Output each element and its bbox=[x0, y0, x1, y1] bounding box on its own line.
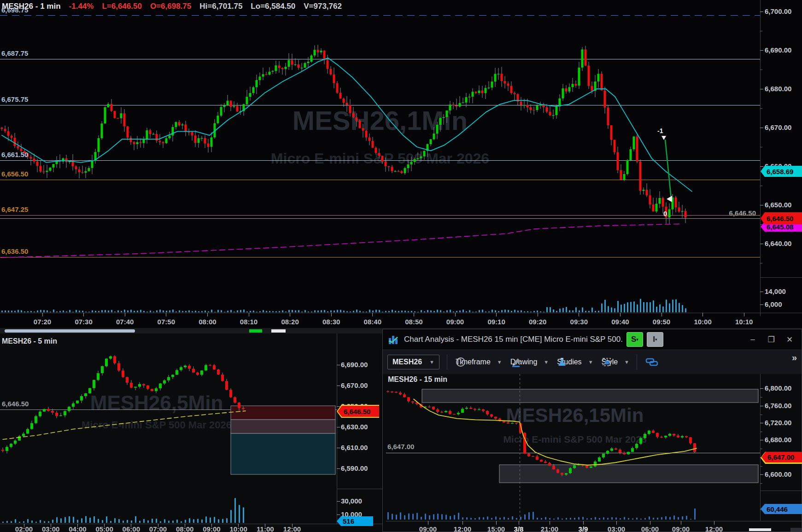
time-axis-label: 11:00 bbox=[257, 525, 274, 532]
study-level-label: 6,675.75 bbox=[1, 95, 28, 103]
time-axis-label: 12:00 bbox=[283, 525, 301, 532]
style-menu[interactable]: Style ▼ bbox=[602, 358, 629, 366]
price-axis-label: 6,720.00 bbox=[765, 419, 791, 427]
time-axis-label: 08:10 bbox=[240, 318, 258, 326]
five-min-chart-canvas[interactable] bbox=[0, 333, 382, 532]
price-axis-label: 6,000 bbox=[765, 300, 782, 308]
fifteen-min-header: MESH26 - 15 min bbox=[388, 375, 447, 384]
time-axis-label: 21:00 bbox=[541, 525, 558, 532]
fifteen-min-last-tag: 6,647.00 bbox=[761, 452, 802, 462]
price-axis-label: 6,760.00 bbox=[765, 402, 791, 409]
window-title: Chart Analysis - MESH26 15 min [CME] Mic… bbox=[404, 335, 623, 344]
time-axis-label: 09:00 bbox=[419, 525, 437, 532]
time-axis-label: 08:20 bbox=[281, 318, 299, 326]
trading-workspace: MESH26 - 1 min -1.44% L=6,646.50 O=6,698… bbox=[0, 0, 802, 532]
time-axis-label: 09:40 bbox=[611, 318, 629, 326]
scrollbar-marker-green bbox=[249, 329, 262, 333]
time-axis-label: 06:00 bbox=[123, 525, 140, 532]
study-level-label: 6,687.75 bbox=[1, 49, 28, 57]
time-axis-label: 09:10 bbox=[487, 318, 505, 326]
toolbar-overflow-chevron[interactable]: » bbox=[792, 352, 797, 363]
fifteen-min-chart-canvas[interactable] bbox=[382, 371, 802, 532]
time-axis-label: 08:00 bbox=[199, 318, 216, 326]
symbol-dropdown[interactable]: MESH26 ▼ bbox=[387, 355, 439, 369]
price-axis-label: 6,670.00 bbox=[341, 381, 368, 389]
chevron-down-icon: ▼ bbox=[624, 359, 629, 365]
high-price: Hi=6,701.75 bbox=[199, 2, 242, 11]
time-axis-label: 02:00 bbox=[15, 525, 33, 532]
low-price: Lo=6,584.50 bbox=[251, 2, 295, 11]
time-axis-label: 10:10 bbox=[735, 318, 753, 326]
toolbar-separator bbox=[637, 354, 637, 370]
symbol-timeframe: MESH26 - 1 min bbox=[2, 2, 61, 11]
scrollbar-thumb[interactable] bbox=[5, 329, 135, 333]
timeframe-menu[interactable]: Timeframe ▼ bbox=[456, 358, 502, 366]
chevron-down-icon: ▼ bbox=[497, 359, 502, 365]
time-axis-label: 03:00 bbox=[608, 525, 625, 532]
time-axis-label: 09:30 bbox=[570, 318, 588, 326]
change-percent: -1.44% bbox=[69, 2, 94, 11]
close-button[interactable]: ✕ bbox=[780, 335, 799, 345]
fifteen-min-level-label: 6,647.00 bbox=[387, 443, 414, 450]
window-toolbar: MESH26 ▼ Timeframe ▼ Drawing ▼ bbox=[383, 350, 802, 374]
study-level-label: 6,636.50 bbox=[1, 247, 28, 255]
last-price-note: 6,646.50 bbox=[729, 209, 756, 217]
time-axis-label: 04:00 bbox=[69, 525, 86, 532]
minimize-button[interactable]: – bbox=[743, 335, 762, 344]
five-min-level-label: 6,646.50 bbox=[2, 400, 29, 408]
time-axis-label: 07:00 bbox=[149, 525, 167, 532]
drawing-menu[interactable]: Drawing ▼ bbox=[510, 358, 549, 366]
last-price: L=6,646.50 bbox=[102, 2, 142, 11]
study-level-label: 6,656.50 bbox=[1, 170, 28, 178]
price-axis-label: 6,590.00 bbox=[341, 464, 368, 472]
chevron-down-icon: ▼ bbox=[544, 359, 549, 365]
five-min-volume-tag: 516 bbox=[337, 516, 373, 526]
window-hscrollbar-thumb[interactable] bbox=[749, 528, 771, 531]
study-level-label: 6,661.50 bbox=[1, 151, 28, 158]
time-axis-label: 05:00 bbox=[95, 525, 113, 532]
price-axis-label: 6,690.00 bbox=[341, 361, 368, 368]
app-logo-icon bbox=[387, 333, 399, 345]
price-axis-label: 6,800.00 bbox=[765, 384, 791, 392]
price-axis-label: 6,640.00 bbox=[765, 240, 791, 247]
price-axis-label: 30,000 bbox=[341, 497, 362, 505]
time-axis-label: 03:00 bbox=[42, 525, 59, 532]
price-axis-label: 6,630.00 bbox=[341, 423, 368, 431]
time-axis-label: 15:00 bbox=[487, 525, 505, 532]
toolbar-separator bbox=[447, 354, 447, 370]
top-chart-header: MESH26 - 1 min -1.44% L=6,646.50 O=6,698… bbox=[2, 2, 342, 11]
time-axis-label: 12:00 bbox=[454, 525, 471, 532]
fifteen-min-tag-border: 6,647.00 bbox=[761, 452, 802, 464]
time-axis-label: 08:50 bbox=[405, 318, 422, 326]
link-charts-icon bbox=[645, 357, 658, 367]
time-axis-label: 06:00 bbox=[641, 525, 659, 532]
price-axis-label: 6,690.00 bbox=[765, 46, 791, 54]
time-axis-label: 09:00 bbox=[203, 525, 220, 532]
five-min-last-tag: 6,646.50 bbox=[338, 406, 384, 417]
studies-menu[interactable]: Studies ▼ bbox=[557, 358, 593, 366]
chevron-down-icon: ▼ bbox=[429, 359, 434, 365]
last-trade-tag: 6,646.50 bbox=[761, 212, 802, 224]
time-axis-label: 3/8 bbox=[514, 525, 524, 532]
instrument-button[interactable]: I▾ bbox=[647, 332, 663, 347]
window-titlebar[interactable]: Chart Analysis - MESH26 15 min [CME] Mic… bbox=[383, 329, 802, 350]
maximize-button[interactable]: ❐ bbox=[762, 335, 780, 345]
position-marker-minus1: -1 bbox=[657, 127, 663, 134]
one-min-chart-canvas[interactable] bbox=[0, 0, 802, 328]
fifteen-min-volume-tag: 60,446 bbox=[761, 504, 802, 514]
price-axis-label: 6,670.00 bbox=[765, 123, 791, 131]
price-axis-label: 6,650.00 bbox=[765, 201, 791, 209]
time-axis-label: 07:20 bbox=[34, 318, 51, 326]
time-axis-label: 08:40 bbox=[364, 318, 381, 326]
price-axis-label: 6,680.00 bbox=[765, 85, 791, 93]
short-button[interactable]: S▾ bbox=[626, 332, 643, 347]
time-axis-label: 08:30 bbox=[322, 318, 340, 326]
time-axis-label: 09:00 bbox=[672, 525, 690, 532]
price-axis-label: 6,680.00 bbox=[765, 436, 791, 444]
time-axis-label: 10:00 bbox=[694, 318, 711, 326]
price-axis-label: 6,610.00 bbox=[341, 444, 368, 451]
five-min-tag-border: 6,646.50 bbox=[337, 405, 379, 418]
position-marker-zero: 0 bbox=[663, 210, 667, 217]
chevron-down-icon: ▼ bbox=[588, 359, 593, 365]
study-level-label: 6,647.25 bbox=[1, 205, 28, 213]
